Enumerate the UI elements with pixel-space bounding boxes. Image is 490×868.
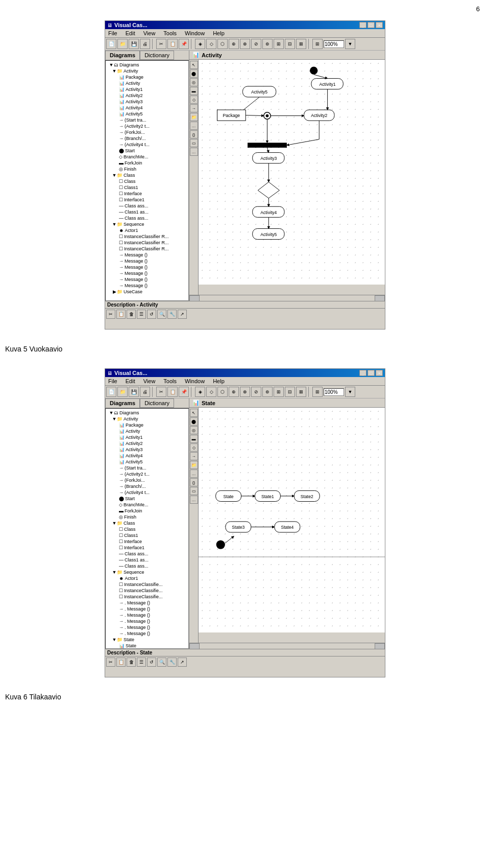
tree2-item-class-ass1[interactable]: —Class ass... <box>107 551 187 557</box>
tool-circle[interactable]: ⬤ <box>190 69 198 78</box>
toolbar-btn-cut[interactable]: ✂ <box>156 39 166 49</box>
tab-dictionary-1[interactable]: Dictionary <box>140 51 174 60</box>
desc2-btn-5[interactable]: ↺ <box>147 658 156 667</box>
tree-item-activity4[interactable]: 📊Activity4 <box>107 105 187 111</box>
tree2-item-start[interactable]: ⬤Start <box>107 496 187 502</box>
toolbar-btn-8[interactable]: ⊕ <box>229 39 239 49</box>
tree-item-finish[interactable]: ◎Finish <box>107 166 187 172</box>
toolbar-btn-save[interactable]: 💾 <box>129 39 139 49</box>
tree-item-class1-as[interactable]: —Class1 as... <box>107 209 187 215</box>
tool2-dots[interactable]: … <box>190 470 198 478</box>
tool-line[interactable]: ▬ <box>190 87 198 95</box>
tree-item-class-ass1[interactable]: —Class ass... <box>107 203 187 209</box>
toolbar-btn-14[interactable]: ⊠ <box>296 39 306 49</box>
tree2-item-activity5[interactable]: 📊Activity5 <box>107 459 187 465</box>
tool2-folder[interactable]: 📁 <box>190 461 198 469</box>
tree2-item-interface1[interactable]: ☐Interface1 <box>107 545 187 551</box>
tree-item-instance1[interactable]: ☐InstanceClassifier R... <box>107 233 187 240</box>
desc-btn-1[interactable]: ✂ <box>106 310 115 319</box>
desc-btn-2[interactable]: 📋 <box>116 310 126 319</box>
toolbar2-btn-paste[interactable]: 📌 <box>179 387 189 397</box>
desc2-btn-4[interactable]: ☰ <box>137 658 146 667</box>
tree-item-start-tra[interactable]: →(Start tra... <box>107 117 187 123</box>
toolbar2-btn-11[interactable]: ⊛ <box>262 387 273 397</box>
tree2-item-activity4t[interactable]: →(Activity4 t... <box>107 489 187 496</box>
toolbar-btn-10[interactable]: ⊘ <box>251 39 261 49</box>
tab-diagrams-1[interactable]: Diagrams <box>105 51 140 60</box>
tree2-item-activity4[interactable]: 📊Activity4 <box>107 453 187 459</box>
tool2-diamond[interactable]: ◇ <box>190 443 198 452</box>
tree2-item-msg3[interactable]: →. Message () <box>107 612 187 618</box>
menu-help-2[interactable]: Help <box>211 378 227 385</box>
toolbar-btn-zoom-down[interactable]: ▼ <box>345 39 355 49</box>
toolbar2-btn-copy[interactable]: 📋 <box>167 387 178 397</box>
toolbar-btn-print[interactable]: 🖨 <box>140 39 150 49</box>
tree2-item-instance2[interactable]: ☐InstanceClassifie... <box>107 588 187 594</box>
toolbar-btn-grid[interactable]: ⊞ <box>312 39 323 49</box>
toolbar2-btn-14[interactable]: ⊠ <box>296 387 306 397</box>
tree2-item-state-folder[interactable]: ▼ 📁State <box>107 637 187 643</box>
tree2-item-sequence-folder[interactable]: ▼ 📁Sequence <box>107 569 187 575</box>
tool2-rect[interactable]: ▭ <box>190 487 198 495</box>
tree2-item-forkjoi[interactable]: →(ForkJoi... <box>107 477 187 483</box>
toolbar-btn-5[interactable]: ◈ <box>195 39 205 49</box>
tree2-item-class1[interactable]: ☐Class1 <box>107 532 187 538</box>
toolbar-btn-9[interactable]: ⊗ <box>240 39 250 49</box>
desc2-btn-2[interactable]: 📋 <box>116 658 126 667</box>
toolbar2-btn-13[interactable]: ⊟ <box>285 387 295 397</box>
tree2-item-msg1[interactable]: →. Message () <box>107 600 187 606</box>
tool-rect[interactable]: ▭ <box>190 139 198 147</box>
tool2-view[interactable]: ◎ <box>190 426 198 434</box>
canvas-1[interactable]: Activity5 Activity1 Package <box>199 60 385 285</box>
tree2-item-actor1[interactable]: ☻Actor1 <box>107 575 187 581</box>
tree2-item-msg5[interactable]: →. Message () <box>107 624 187 630</box>
tree2-item-activity[interactable]: 📊Activity <box>107 428 187 434</box>
tree2-item-state[interactable]: 📊State <box>107 643 187 649</box>
tree-item-msg3[interactable]: →Message () <box>107 264 187 270</box>
tree2-item-branchme[interactable]: ◇BranchMe... <box>107 502 187 508</box>
desc2-btn-8[interactable]: ↗ <box>178 658 187 667</box>
desc-btn-8[interactable]: ↗ <box>178 310 187 319</box>
tree-item-package[interactable]: 📊Package <box>107 74 187 80</box>
tree-item-usecase-folder[interactable]: ▶ 📁UseCase <box>107 289 187 295</box>
minimize-btn-1[interactable]: _ <box>359 22 366 28</box>
tree2-item-start-tra[interactable]: →(Start tra... <box>107 465 187 471</box>
toolbar2-btn-12[interactable]: ⊞ <box>274 387 284 397</box>
toolbar-btn-paste[interactable]: 📌 <box>179 39 189 49</box>
hscroll-1[interactable] <box>189 295 385 301</box>
tree-item-msg4[interactable]: →Message () <box>107 270 187 276</box>
desc2-btn-7[interactable]: 🔧 <box>167 658 177 667</box>
menu-window-1[interactable]: Window <box>183 30 207 37</box>
tree2-item-class-folder[interactable]: ▼ 📁Class <box>107 520 187 526</box>
tool-select[interactable]: ↖ <box>190 61 198 69</box>
tree-item-diagrams[interactable]: ▼ 🗂Diagrams <box>107 62 187 68</box>
toolbar2-btn-save[interactable]: 💾 <box>129 387 139 397</box>
toolbar-btn-11[interactable]: ⊛ <box>262 39 273 49</box>
maximize-btn-2[interactable]: □ <box>368 370 375 376</box>
tree-item-interface[interactable]: ☐Interface <box>107 191 187 197</box>
minimize-btn-2[interactable]: _ <box>359 370 366 376</box>
tool2-select[interactable]: ↖ <box>190 409 198 417</box>
tree2-item-instance1[interactable]: ☐InstanceClassifie... <box>107 581 187 588</box>
tree-item-forkjoin[interactable]: ▬ForkJoin <box>107 160 187 166</box>
menu-tools-1[interactable]: Tools <box>161 30 179 37</box>
toolbar-btn-7[interactable]: ⬡ <box>217 39 228 49</box>
toolbar-zoom-1[interactable] <box>324 40 344 48</box>
menu-view-2[interactable]: View <box>141 378 158 385</box>
tree2-item-package[interactable]: 📊Package <box>107 422 187 428</box>
tree-item-class1[interactable]: ☐Class1 <box>107 184 187 191</box>
tree-item-instance2[interactable]: ☐InstanceClassifier R... <box>107 240 187 246</box>
tree-item-msg5[interactable]: →Message () <box>107 276 187 283</box>
tree2-item-activity1[interactable]: 📊Activity1 <box>107 434 187 440</box>
menu-window-2[interactable]: Window <box>183 378 207 385</box>
close-btn-2[interactable]: × <box>376 370 383 376</box>
desc-btn-7[interactable]: 🔧 <box>167 310 177 319</box>
menu-edit-1[interactable]: Edit <box>124 30 137 37</box>
tree-item-activity2t[interactable]: →(Activity2 t... <box>107 123 187 129</box>
toolbar2-btn-zoom-down[interactable]: ▼ <box>345 387 355 397</box>
toolbar2-btn-open[interactable]: 📁 <box>117 387 128 397</box>
tree2-item-msg4[interactable]: →. Message () <box>107 618 187 624</box>
menu-view-1[interactable]: View <box>141 30 158 37</box>
tool2-circle[interactable]: ⬤ <box>190 417 198 426</box>
tree2-item-class-ass2[interactable]: —Class ass... <box>107 563 187 569</box>
